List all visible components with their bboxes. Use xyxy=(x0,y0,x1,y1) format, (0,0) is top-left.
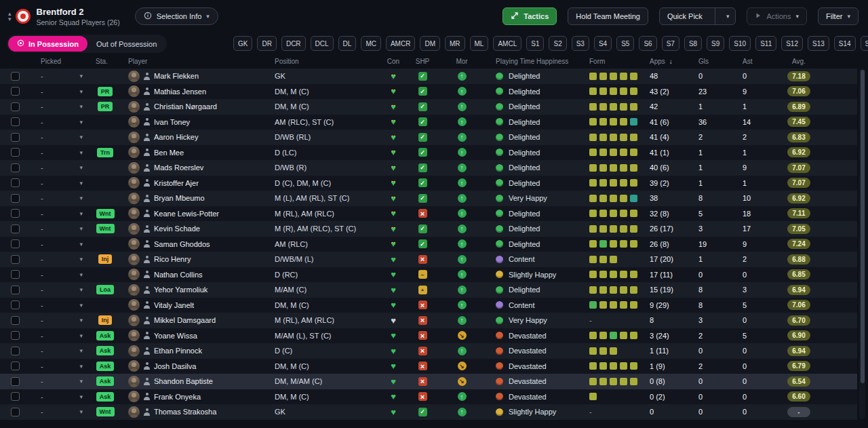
player-name[interactable]: Ivan Toney xyxy=(154,118,190,126)
actions-button[interactable]: Actions ▾ xyxy=(747,7,807,25)
table-row[interactable]: - ▾ Nathan Collins D (RC) ♥ – ↑ Slightly… xyxy=(0,267,857,283)
picked-dropdown[interactable]: - ▾ xyxy=(30,362,92,370)
col-sharpness[interactable]: SHP xyxy=(407,58,438,65)
vertical-scrollbar[interactable] xyxy=(859,69,865,419)
selection-info-button[interactable]: Selection Info ▾ xyxy=(135,7,218,25)
picked-dropdown[interactable]: - ▾ xyxy=(30,393,92,401)
table-row[interactable]: - ▾ Bryan Mbeumo M (L), AM (RL), ST (C) … xyxy=(0,191,857,206)
picked-dropdown[interactable]: - ▾ xyxy=(30,255,92,263)
picked-dropdown[interactable]: - ▾ xyxy=(30,286,92,294)
picked-dropdown[interactable]: - ▾ xyxy=(30,225,92,233)
player-name[interactable]: Saman Ghoddos xyxy=(154,240,210,248)
table-row[interactable]: - ▾ Kristoffer Ajer D (C), DM, M (C) ♥ ✓… xyxy=(0,176,857,191)
table-row[interactable]: - ▾ Saman Ghoddos AM (RLC) ♥ ✓ ↑ Delight… xyxy=(0,237,857,252)
row-checkbox[interactable] xyxy=(11,87,20,96)
position-filter-dm[interactable]: DM xyxy=(420,36,440,51)
player-name[interactable]: Mark Flekken xyxy=(154,72,199,80)
row-checkbox[interactable] xyxy=(11,209,20,218)
picked-dropdown[interactable]: - ▾ xyxy=(30,72,92,80)
row-checkbox[interactable] xyxy=(11,148,20,157)
position-filter-ml[interactable]: ML xyxy=(470,36,489,51)
player-name[interactable]: Nathan Collins xyxy=(154,271,203,279)
position-filter-dl[interactable]: DL xyxy=(338,36,357,51)
col-form[interactable]: Form xyxy=(583,58,644,65)
table-row[interactable]: - ▾ Mark Flekken GK ♥ ✓ ↑ Delighted 48 0… xyxy=(0,69,857,84)
row-checkbox[interactable] xyxy=(11,255,20,264)
row-checkbox[interactable] xyxy=(11,194,20,203)
col-happiness[interactable]: Playing Time Happiness xyxy=(486,58,583,65)
player-name[interactable]: Thomas Strakosha xyxy=(154,408,216,416)
row-checkbox[interactable] xyxy=(11,72,20,81)
picked-dropdown[interactable]: - ▾ xyxy=(30,347,92,355)
player-name[interactable]: Yehor Yarmoliuk xyxy=(154,286,208,294)
picked-dropdown[interactable]: - ▾ xyxy=(30,271,92,279)
row-checkbox[interactable] xyxy=(11,300,20,309)
player-name[interactable]: Shandon Baptiste xyxy=(154,377,213,385)
position-filter-s5[interactable]: S5 xyxy=(616,36,634,51)
col-condition[interactable]: Con xyxy=(380,58,407,65)
picked-dropdown[interactable]: - ▾ xyxy=(30,179,92,187)
picked-dropdown[interactable]: - ▾ xyxy=(30,377,92,385)
position-filter-s8[interactable]: S8 xyxy=(684,36,702,51)
player-name[interactable]: Mathias Jensen xyxy=(154,87,206,96)
col-position[interactable]: Position xyxy=(268,58,380,65)
table-row[interactable]: - ▾ Wnt Keane Lewis-Potter M (RL), AM (R… xyxy=(0,206,857,222)
table-row[interactable]: - ▾ Trn Ben Mee D (LC) ♥ ✓ ↑ Delighted 4… xyxy=(0,145,857,161)
col-morale[interactable]: Mor xyxy=(438,58,486,65)
col-assists[interactable]: Ast xyxy=(736,58,778,65)
position-filter-mr[interactable]: MR xyxy=(445,36,465,51)
player-name[interactable]: Christian Nørgaard xyxy=(154,102,217,111)
table-row[interactable]: - ▾ Vitaly Janelt DM, M (C) ♥ × ↑ Conten… xyxy=(0,298,857,313)
row-checkbox[interactable] xyxy=(11,408,20,416)
picked-dropdown[interactable]: - ▾ xyxy=(30,240,92,248)
col-apps[interactable]: Apps ↓ xyxy=(644,58,692,65)
row-checkbox[interactable] xyxy=(11,362,20,370)
position-filter-dcl[interactable]: DCL xyxy=(311,36,334,51)
position-filter-s10[interactable]: S10 xyxy=(729,36,751,51)
player-name[interactable]: Josh Dasilva xyxy=(154,362,196,370)
row-checkbox[interactable] xyxy=(11,392,20,401)
player-name[interactable]: Kevin Schade xyxy=(154,225,200,233)
picked-dropdown[interactable]: - ▾ xyxy=(30,87,92,96)
table-row[interactable]: - ▾ Wnt Thomas Strakosha GK ♥ ✓ ↑ Slight… xyxy=(0,404,857,420)
tab-in-possession[interactable]: In Possession xyxy=(8,36,87,52)
position-filter-s2[interactable]: S2 xyxy=(549,36,566,51)
table-row[interactable]: - ▾ Ask Yoane Wissa M/AM (L), ST (C) ♥ ×… xyxy=(0,328,857,344)
player-name[interactable]: Mikkel Damsgaard xyxy=(154,316,216,324)
picked-dropdown[interactable]: - ▾ xyxy=(30,301,92,309)
position-filter-gk[interactable]: GK xyxy=(233,36,252,51)
position-filter-dcr[interactable]: DCR xyxy=(281,36,306,51)
table-row[interactable]: - ▾ Ask Shandon Baptiste DM, M/AM (C) ♥ … xyxy=(0,374,857,389)
picked-dropdown[interactable]: - ▾ xyxy=(30,133,92,141)
row-checkbox[interactable] xyxy=(11,331,20,340)
row-checkbox[interactable] xyxy=(11,239,20,248)
row-checkbox[interactable] xyxy=(11,286,20,294)
table-row[interactable]: - ▾ Inj Mikkel Damsgaard M (RL), AM (RLC… xyxy=(0,313,857,328)
col-status[interactable]: Sta. xyxy=(92,58,119,65)
table-row[interactable]: - ▾ Ivan Toney AM (RLC), ST (C) ♥ ✓ ↑ De… xyxy=(0,115,857,130)
position-filter-s14[interactable]: S14 xyxy=(834,36,856,51)
player-name[interactable]: Yoane Wissa xyxy=(154,332,197,340)
nav-down-icon[interactable]: ▾ xyxy=(8,16,12,22)
position-filter-s11[interactable]: S11 xyxy=(755,36,776,51)
player-name[interactable]: Ben Mee xyxy=(154,149,184,157)
position-filter-s6[interactable]: S6 xyxy=(639,36,656,51)
row-checkbox[interactable] xyxy=(11,133,20,142)
position-filter-s9[interactable]: S9 xyxy=(707,36,724,51)
table-row[interactable]: - ▾ Ask Josh Dasilva DM, M (C) ♥ × ↘ Dev… xyxy=(0,359,857,374)
row-checkbox[interactable] xyxy=(11,102,20,111)
position-filter-s4[interactable]: S4 xyxy=(594,36,612,51)
chevron-down-icon[interactable]: ▾ xyxy=(720,13,736,20)
table-row[interactable]: - ▾ PR Mathias Jensen DM, M (C) ♥ ✓ ↑ De… xyxy=(0,84,857,100)
position-filter-s12[interactable]: S12 xyxy=(781,36,803,51)
position-filter-s15[interactable]: S15 xyxy=(861,36,868,51)
picked-dropdown[interactable]: - ▾ xyxy=(30,118,92,126)
position-filter-s7[interactable]: S7 xyxy=(662,36,679,51)
row-checkbox[interactable] xyxy=(11,225,20,233)
position-filter-amcl[interactable]: AMCL xyxy=(493,36,521,51)
table-row[interactable]: - ▾ Ask Ethan Pinnock D (C) ♥ × ↑ Devast… xyxy=(0,343,857,359)
player-name[interactable]: Mads Roerslev xyxy=(154,163,203,172)
player-name[interactable]: Aaron Hickey xyxy=(154,133,198,141)
table-row[interactable]: - ▾ Mads Roerslev D/WB (R) ♥ ✓ ↑ Delight… xyxy=(0,160,857,176)
table-row[interactable]: - ▾ Loa Yehor Yarmoliuk M/AM (C) ♥ ▲ ↑ D… xyxy=(0,282,857,298)
